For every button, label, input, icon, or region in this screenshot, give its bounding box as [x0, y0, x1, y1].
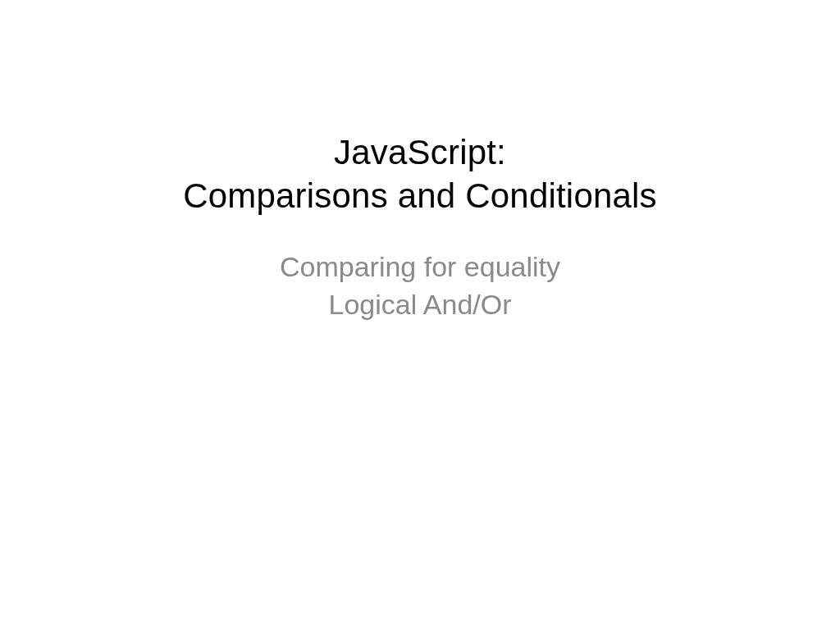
title-line-2: Comparisons and Conditionals [183, 175, 657, 218]
slide-title: JavaScript: Comparisons and Conditionals [183, 131, 657, 217]
subtitle-line-2: Logical And/Or [280, 286, 560, 324]
subtitle-line-1: Comparing for equality [280, 249, 560, 286]
title-line-1: JavaScript: [183, 131, 657, 175]
slide-subtitle: Comparing for equality Logical And/Or [280, 249, 560, 324]
slide-container: JavaScript: Comparisons and Conditionals… [0, 0, 840, 630]
